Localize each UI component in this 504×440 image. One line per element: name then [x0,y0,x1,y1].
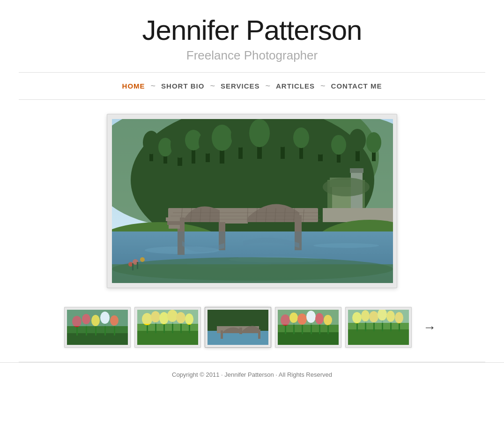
thumb-image-1 [67,310,128,345]
svg-rect-79 [67,333,128,345]
footer: Copyright © 2011 · Jennifer Patterson · … [0,362,504,387]
svg-rect-69 [169,225,180,229]
svg-point-26 [311,130,330,155]
main-image-frame [107,114,397,288]
nav-services[interactable]: SERVICES [221,82,260,90]
svg-rect-39 [323,208,393,222]
nav-sep-4: ~ [320,81,326,91]
footer-text: Copyright © 2011 · Jennifer Patterson · … [172,371,332,378]
svg-rect-90 [67,310,128,326]
svg-rect-143 [348,310,409,323]
svg-rect-37 [350,168,363,173]
nav-articles[interactable]: ARTICLES [276,82,315,90]
svg-point-38 [323,178,370,196]
svg-point-16 [212,125,232,151]
thumbnail-5[interactable] [345,307,412,348]
nav-short-bio[interactable]: SHORT BIO [161,82,204,90]
main-content-area [0,100,504,298]
thumbnail-3[interactable] [205,307,271,348]
thumbnail-2[interactable] [134,307,201,348]
site-subtitle: Freelance Photographer [9,48,495,63]
thumb-image-5 [348,310,409,345]
thumb-image-4 [278,310,339,345]
thumb-image-3 [208,310,268,345]
thumbnail-strip: → [0,298,504,362]
nav-sep-2: ~ [210,81,215,91]
nav-contact-me[interactable]: CONTACT ME [331,82,382,90]
next-arrow[interactable]: → [419,318,440,337]
site-title: Jennifer Patterson [9,14,495,46]
thumbnail-4[interactable] [275,307,341,348]
svg-line-56 [210,208,210,222]
svg-point-28 [331,135,346,155]
thumb-image-2 [137,310,198,345]
nav-sep-1: ~ [151,81,156,91]
main-nav: HOME ~ SHORT BIO ~ SERVICES ~ ARTICLES ~… [0,73,504,99]
svg-line-57 [247,208,248,222]
svg-rect-49 [220,210,248,224]
svg-rect-128 [278,310,339,325]
site-header: Jennifer Patterson Freelance Photographe… [0,0,504,72]
svg-rect-111 [239,328,242,334]
nav-sep-3: ~ [266,81,271,91]
svg-point-22 [274,124,291,147]
svg-rect-68 [167,221,180,225]
svg-point-24 [293,127,309,148]
thumbnail-1[interactable] [64,307,131,348]
svg-rect-115 [278,332,339,345]
svg-point-32 [366,132,381,153]
svg-rect-113 [221,330,223,339]
svg-point-20 [249,119,270,147]
main-photo [112,119,393,283]
svg-rect-105 [137,310,198,324]
nav-home[interactable]: HOME [122,82,145,90]
svg-rect-112 [258,329,260,339]
svg-point-30 [349,129,366,151]
svg-rect-67 [166,217,180,221]
svg-rect-130 [348,329,409,345]
svg-point-18 [231,123,250,148]
svg-point-8 [158,138,172,157]
svg-point-6 [143,131,160,154]
